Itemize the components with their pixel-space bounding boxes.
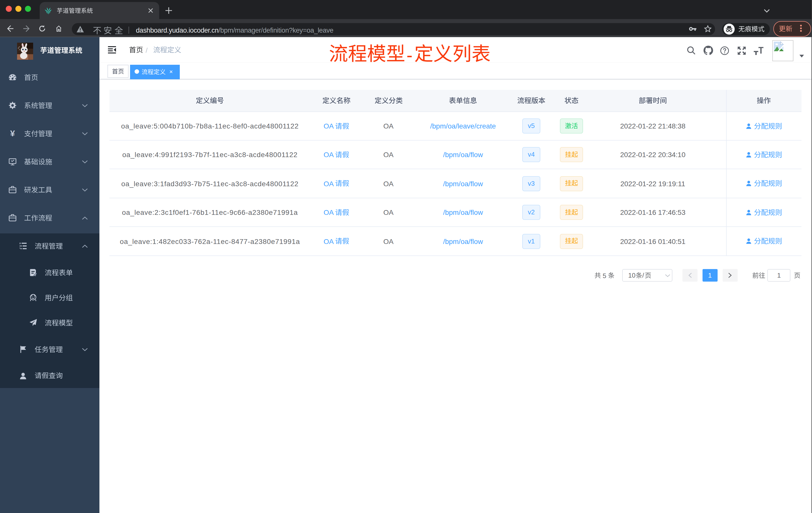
- svg-text:¥: ¥: [10, 128, 15, 138]
